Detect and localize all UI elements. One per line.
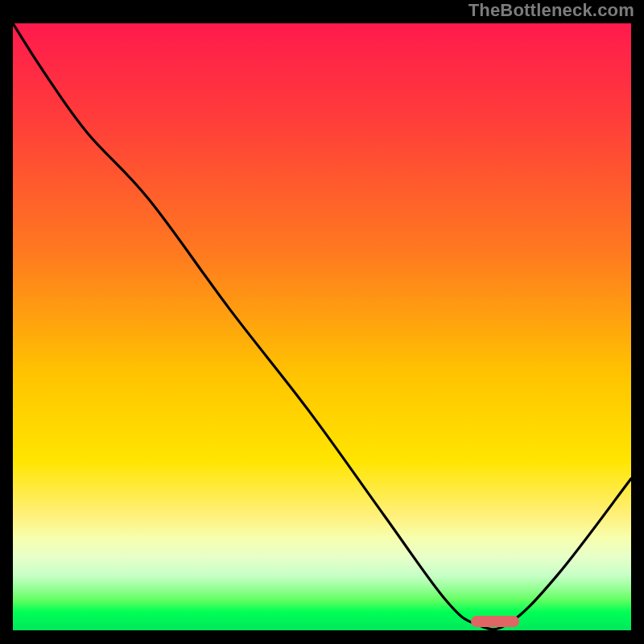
attribution-label: TheBottleneck.com: [469, 0, 634, 21]
optimum-marker: [471, 616, 519, 627]
gradient-background: [13, 23, 631, 630]
chart-container: TheBottleneck.com: [0, 0, 644, 644]
plot-frame: [10, 21, 634, 633]
